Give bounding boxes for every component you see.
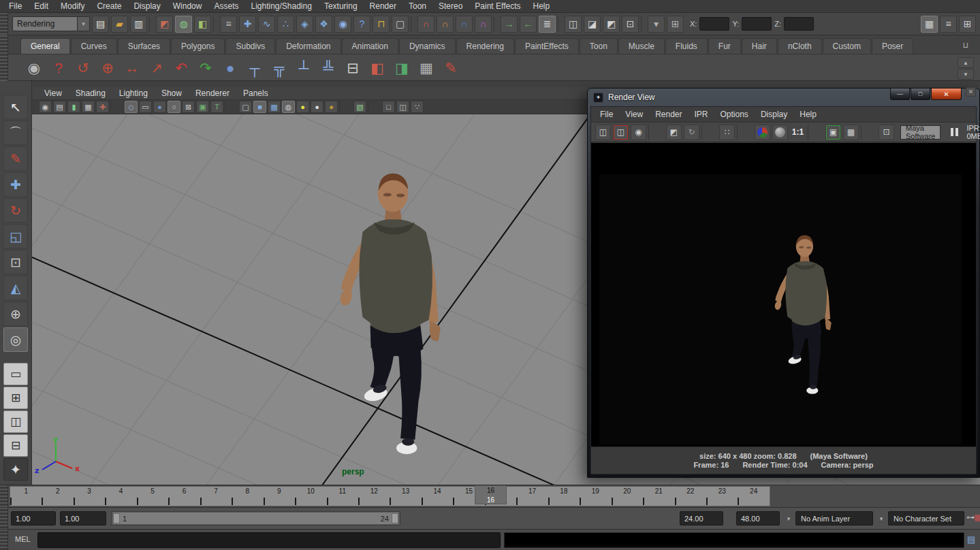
magnet-curve-icon[interactable]: ∩ <box>437 16 454 33</box>
viewport-icon[interactable] <box>368 101 381 113</box>
shelf-tab[interactable]: Fluids <box>665 38 708 54</box>
magnet-point-icon[interactable]: ∩ <box>456 16 473 33</box>
menu-item[interactable]: Modify <box>54 0 91 12</box>
shelf-scroll-up-icon[interactable]: ▲ <box>958 57 974 68</box>
animation-end-input[interactable]: 48.00 <box>736 511 780 525</box>
selection-mask-expand-icon[interactable]: ▾ <box>648 16 665 33</box>
minimize-button[interactable]: — <box>890 88 910 100</box>
shelf-tab[interactable]: Curves <box>71 38 117 54</box>
shelf-tab[interactable]: General <box>20 38 70 54</box>
quick-help-icon[interactable]: ? <box>353 16 370 33</box>
menu-item[interactable]: Help <box>527 0 556 12</box>
render-view-icon[interactable] <box>648 125 664 140</box>
panel-menu-item[interactable]: Shading <box>69 88 112 99</box>
save-scene-icon[interactable]: ▥ <box>130 16 147 33</box>
panel-menu-item[interactable]: Lighting <box>112 88 155 99</box>
layout-outliner-pane-icon[interactable]: ◫ <box>3 410 28 433</box>
alpha-channel-icon[interactable] <box>772 125 788 140</box>
scale-tool-icon[interactable]: ◱ <box>3 224 28 248</box>
move-tool-icon[interactable]: ✚ <box>3 172 28 197</box>
render-view-menu-item[interactable]: Render <box>649 108 688 120</box>
character-model[interactable] <box>332 164 456 461</box>
refresh-ipr-icon[interactable]: ↻ <box>684 125 699 140</box>
remove-image-icon[interactable]: ▦ <box>843 125 859 140</box>
select-tool-icon[interactable]: ↖ <box>3 95 28 119</box>
trash-icon[interactable]: ⊔ <box>959 39 973 52</box>
soft-modification-icon[interactable]: ◭ <box>3 276 28 300</box>
shelf-tab[interactable]: Toon <box>580 38 618 54</box>
renderer-selector[interactable]: Maya Software <box>900 125 941 140</box>
render-view-menu-item[interactable]: Help <box>793 108 823 120</box>
snapshot-icon[interactable]: ◉ <box>631 125 646 140</box>
close-button[interactable]: ✕ <box>931 88 962 100</box>
render-view-menu-item[interactable]: IPR <box>689 108 714 120</box>
playback-start-input[interactable]: 1.00 <box>60 511 106 525</box>
timeline-tick[interactable]: 21 <box>643 487 674 506</box>
render-view-menu-item[interactable]: Options <box>714 108 755 120</box>
timeline-tick[interactable]: 20 <box>612 487 643 506</box>
selection-mask-icon[interactable]: ⊞ <box>667 16 684 33</box>
render-current-frame-icon[interactable]: ◪ <box>584 16 601 33</box>
panel-menu-item[interactable]: Show <box>155 88 189 99</box>
default-light-icon[interactable]: ● <box>296 101 309 113</box>
new-scene-icon[interactable]: ▤ <box>92 16 109 33</box>
coord-input[interactable] <box>742 17 772 31</box>
snap-to-curve-icon[interactable]: ∿ <box>258 16 275 33</box>
grid-toggle-icon[interactable]: ◇ <box>125 101 138 113</box>
track-camera-icon[interactable]: ⊕ <box>97 56 118 78</box>
last-tool-camera-icon[interactable]: ◎ <box>3 327 28 352</box>
range-end-handle[interactable] <box>392 513 398 523</box>
chevron-down-icon[interactable]: ▾ <box>78 16 90 31</box>
menu-item[interactable]: Assets <box>208 0 244 12</box>
wireframe-icon[interactable]: ▢ <box>239 101 252 113</box>
ipr-render-icon[interactable]: ◩ <box>666 125 682 140</box>
menu-item[interactable]: Toon <box>402 0 432 12</box>
use-all-lights-icon[interactable]: ◍ <box>282 101 295 113</box>
tumble-camera-icon[interactable]: ↺ <box>72 56 94 78</box>
help-icon[interactable]: ? <box>48 56 69 78</box>
dolly-camera-icon[interactable]: ↔ <box>121 56 143 78</box>
menu-item[interactable]: Paint Effects <box>469 0 526 12</box>
playblast-icon[interactable]: ◉ <box>23 56 45 78</box>
character-set-chevron-icon[interactable]: ▾ <box>876 511 887 525</box>
render-view-icon[interactable] <box>861 125 876 140</box>
timeline-tick[interactable]: 12 <box>358 487 390 506</box>
lock-selection-icon[interactable]: ⊓ <box>373 16 390 33</box>
coord-input[interactable] <box>784 17 814 31</box>
shelf-tab[interactable]: Hair <box>742 38 777 54</box>
range-slider-track[interactable]: 1 24 <box>111 511 400 525</box>
display-real-size-icon[interactable]: 1:1 <box>790 125 806 140</box>
menu-item[interactable]: Create <box>91 0 127 12</box>
rotate-tool-icon[interactable]: ↻ <box>3 198 28 223</box>
render-canvas[interactable] <box>591 143 976 447</box>
ipr-render-icon[interactable]: ◩ <box>603 16 620 33</box>
shelf-tab[interactable]: Animation <box>342 38 398 54</box>
timeline-tick[interactable]: 4 <box>105 487 136 506</box>
show-tool-settings-icon[interactable]: ≡ <box>940 16 957 33</box>
safe-action-icon[interactable]: ▣ <box>196 101 209 113</box>
select-camera-icon[interactable]: ◉ <box>39 101 52 113</box>
viewport-icon[interactable] <box>225 101 238 113</box>
toolbar-icon[interactable] <box>213 16 218 31</box>
playback-range-bar[interactable]: 1 24 <box>113 513 398 524</box>
open-render-view-icon[interactable]: ◫ <box>565 16 582 33</box>
viewport-icon[interactable] <box>110 101 123 113</box>
pan-zoom-icon[interactable]: ✚ <box>96 101 109 113</box>
anim-layer-chevron-icon[interactable]: ▾ <box>783 511 794 525</box>
timeline-tick[interactable]: 2 <box>42 487 73 506</box>
shelf-tab[interactable]: nCloth <box>778 38 822 54</box>
shelf-grip[interactable] <box>0 35 8 81</box>
toolbar-icon[interactable] <box>149 16 154 31</box>
universal-manipulator-icon[interactable]: ⊡ <box>3 250 28 274</box>
select-by-object-icon[interactable]: ◍ <box>175 16 192 33</box>
safe-title-icon[interactable]: T <box>210 101 223 113</box>
current-frame-indicator[interactable]: 16 16 <box>475 485 507 504</box>
undo-icon[interactable]: ↶ <box>170 56 192 78</box>
zoom-camera-icon[interactable]: ↗ <box>146 56 168 78</box>
timeline-tick[interactable]: 7 <box>200 487 232 506</box>
viewport-icon[interactable] <box>339 101 352 113</box>
select-by-hierarchy-icon[interactable]: ◩ <box>156 16 173 33</box>
mel-command-input[interactable] <box>37 532 501 548</box>
menu-item[interactable]: File <box>3 0 28 12</box>
input-connections-icon[interactable]: → <box>501 16 518 33</box>
